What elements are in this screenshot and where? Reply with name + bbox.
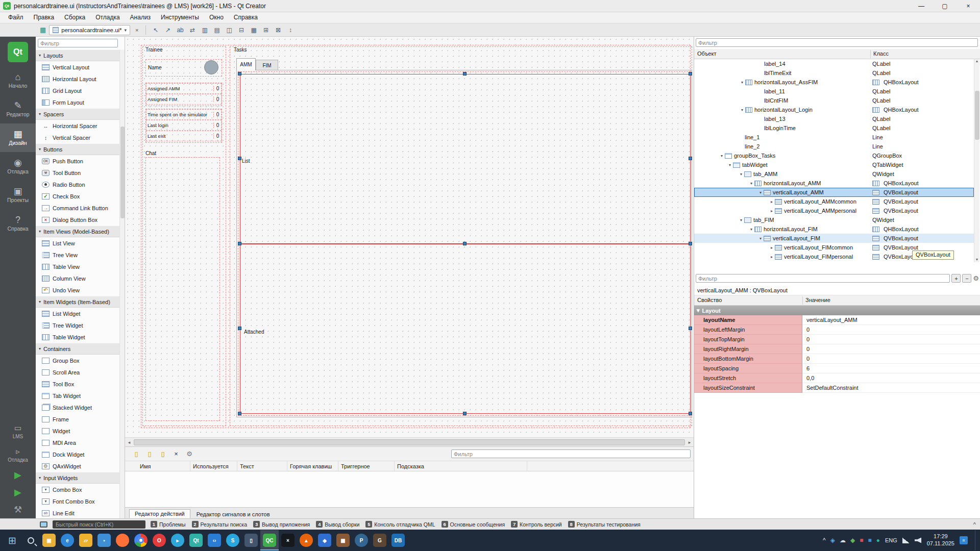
- firefox-icon[interactable]: [113, 530, 132, 550]
- property-row[interactable]: layoutLeftMargin 0: [694, 325, 980, 335]
- selection-handle[interactable]: [238, 242, 241, 245]
- onedrive-icon[interactable]: ☁: [840, 537, 846, 543]
- tree-expand-icon[interactable]: ▾: [739, 80, 745, 85]
- object-tree-row[interactable]: lblLoginTime QLabel: [694, 123, 974, 133]
- tree-expand-icon[interactable]: ▾: [748, 181, 754, 186]
- widget-box-item[interactable]: Table Widget: [36, 331, 125, 343]
- layout-splitter-horizontal-icon[interactable]: ◫: [224, 24, 235, 36]
- action-column-header[interactable]: Горячая клавиш: [287, 461, 338, 471]
- tab-fim[interactable]: FIM: [256, 60, 278, 70]
- qt-creator-icon[interactable]: QC: [260, 530, 279, 550]
- action-filter-input[interactable]: [451, 449, 691, 458]
- object-tree-row[interactable]: ▾ horizontalLayout_Login QHBoxLayout: [694, 105, 974, 114]
- menu-item[interactable]: Файл: [3, 12, 29, 23]
- form-canvas[interactable]: Trainee Name Assigned AMM 0 Assigned FIM…: [125, 37, 694, 437]
- attached-label[interactable]: Attached: [244, 329, 264, 335]
- tasks-group-title[interactable]: Tasks: [234, 47, 247, 53]
- widget-box-item[interactable]: ↕ Vertical Spacer: [36, 132, 125, 143]
- action-column-header[interactable]: Текст: [237, 461, 287, 471]
- widget-box-item[interactable]: Dock Widget: [36, 448, 125, 460]
- form-field-row[interactable]: Last login 0: [146, 120, 222, 131]
- object-tree-row[interactable]: ▾ tab_AMM QWidget: [694, 169, 974, 179]
- edit-tab-order-icon[interactable]: ⇄: [187, 24, 198, 36]
- object-inspector-filter-input[interactable]: [696, 38, 978, 47]
- blue-app-icon[interactable]: ◆: [315, 530, 334, 550]
- action-column-header[interactable]: Триггерное: [338, 461, 395, 471]
- widget-box-item[interactable]: Tree Widget: [36, 319, 125, 331]
- widget-box-item[interactable]: Form Layout: [36, 96, 125, 108]
- selection-handle[interactable]: [689, 157, 692, 160]
- widget-box-item[interactable]: Tab Widget: [36, 390, 125, 402]
- file-explorer-icon[interactable]: ▣: [40, 530, 58, 550]
- volume-icon[interactable]: [915, 538, 922, 543]
- widget-box-item[interactable]: ab Line Edit: [36, 507, 125, 518]
- action-column-header[interactable]: Используется: [190, 461, 237, 471]
- widget-box-item[interactable]: ↔ Horizontal Spacer: [36, 120, 125, 132]
- object-tree-row[interactable]: line_1 Line: [694, 133, 974, 142]
- output-pane-button[interactable]: 4 Вывод сборки: [316, 521, 359, 528]
- time-fields-layout[interactable]: Time spent on the simulator 0 Last login…: [145, 109, 222, 143]
- close-document-icon[interactable]: ×: [132, 26, 141, 35]
- debug-run-button[interactable]: ▶: [0, 484, 36, 501]
- tray-app2-icon[interactable]: ■: [868, 537, 871, 543]
- selection-handle[interactable]: [238, 72, 241, 76]
- mode-item[interactable]: ◉ Отладка: [0, 152, 36, 181]
- property-value[interactable]: 6: [802, 364, 980, 373]
- selection-handle[interactable]: [689, 412, 692, 415]
- widget-category-header[interactable]: ▾ Item Widgets (Item-Based): [36, 296, 125, 308]
- field-label[interactable]: Last exit: [146, 133, 213, 139]
- mode-item[interactable]: ▣ Проекты: [0, 181, 36, 209]
- scroll-left-icon[interactable]: ◂: [125, 440, 133, 445]
- widget-box-item[interactable]: Table View: [36, 261, 125, 272]
- adjust-size-icon[interactable]: ↕: [285, 24, 296, 36]
- widget-box-item[interactable]: Group Box: [36, 355, 125, 366]
- selection-handle[interactable]: [689, 72, 692, 76]
- copy-action-button[interactable]: ▯: [144, 449, 155, 459]
- taskbar-search-button[interactable]: [21, 530, 40, 550]
- action-table-body[interactable]: [125, 471, 694, 507]
- object-tree-row[interactable]: ▾ tab_FIM QWidget: [694, 215, 974, 224]
- paste-action-button[interactable]: ▯: [158, 449, 168, 459]
- property-filter-input[interactable]: [696, 274, 950, 283]
- x-app-icon[interactable]: ×: [279, 530, 297, 550]
- property-row[interactable]: layoutName verticalLayout_AMM: [694, 315, 980, 325]
- selection-handle[interactable]: [463, 242, 467, 245]
- edge-browser-icon[interactable]: e: [58, 530, 77, 550]
- object-tree-row[interactable]: label_11 QLabel: [694, 87, 974, 96]
- widget-box-item[interactable]: ↶ Undo View: [36, 284, 125, 296]
- output-pane-button[interactable]: 3 Вывод приложения: [253, 521, 310, 528]
- tree-expand-icon[interactable]: ▸: [769, 255, 775, 259]
- property-row[interactable]: layoutBottomMargin 0: [694, 354, 980, 364]
- mode-item[interactable]: ? Справка: [0, 209, 36, 238]
- menu-item[interactable]: Справка: [229, 12, 263, 23]
- property-value[interactable]: verticalLayout_AMM: [802, 315, 980, 325]
- widget-box-item[interactable]: List View: [36, 237, 125, 249]
- form-field-row[interactable]: Last exit 0: [146, 131, 222, 141]
- widgetbox-scrollbar[interactable]: [119, 50, 125, 518]
- widget-category-header[interactable]: ▾ Containers: [36, 343, 125, 355]
- vertical-layout-amm-personal[interactable]: Attached: [240, 244, 691, 414]
- widget-box-item[interactable]: Stacked Widget: [36, 402, 125, 413]
- object-tree-row[interactable]: ▾ groupBox_Tasks QGroupBox: [694, 151, 974, 160]
- qt-tool-icon[interactable]: Qt: [187, 530, 205, 550]
- phone-link-icon[interactable]: ▯: [242, 530, 260, 550]
- object-tree-row[interactable]: ▾ horizontalLayout_AMM QHBoxLayout: [694, 179, 974, 188]
- selection-handle[interactable]: [463, 412, 467, 415]
- open-document-tab[interactable]: personalcardtrainee.ui* ▾: [49, 25, 130, 35]
- action-column-header[interactable]: Имя: [137, 461, 190, 471]
- folder-icon[interactable]: ▱: [77, 530, 95, 550]
- widget-box-item[interactable]: MDI Area: [36, 437, 125, 448]
- selection-handle[interactable]: [238, 412, 241, 415]
- field-value[interactable]: 0: [213, 122, 222, 128]
- tree-expand-icon[interactable]: ▾: [719, 154, 725, 158]
- widget-box-item[interactable]: OK Push Button: [36, 155, 125, 167]
- field-label[interactable]: Last login: [146, 122, 213, 128]
- property-row[interactable]: layoutStretch 0,0: [694, 373, 980, 383]
- output-pane-button[interactable]: 8 Результаты тестирования: [568, 521, 641, 528]
- widget-box-item[interactable]: List Widget: [36, 308, 125, 319]
- opera-icon[interactable]: O: [150, 530, 168, 550]
- widget-box-item[interactable]: ▾ Font Combo Box: [36, 495, 125, 507]
- layout-vertical-icon[interactable]: ▤: [211, 24, 223, 36]
- expand-all-button[interactable]: +: [951, 274, 961, 283]
- output-panes-expand-icon[interactable]: ^: [973, 521, 976, 528]
